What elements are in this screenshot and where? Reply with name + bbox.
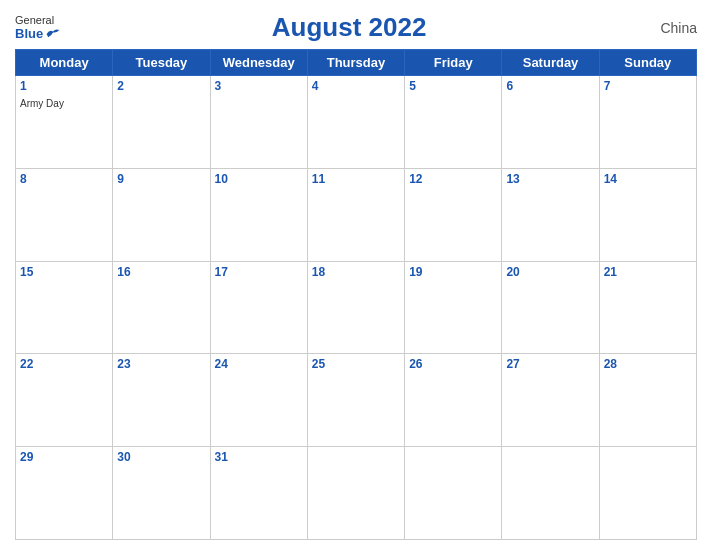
calendar-cell: 22: [16, 354, 113, 447]
calendar-cell: 30: [113, 447, 210, 540]
calendar-cell: 6: [502, 76, 599, 169]
calendar-cell: 19: [405, 261, 502, 354]
day-number: 26: [409, 357, 497, 371]
calendar-title: August 2022: [272, 12, 427, 43]
day-number: 29: [20, 450, 108, 464]
calendar-cell: 14: [599, 168, 696, 261]
week-row-1: 1Army Day234567: [16, 76, 697, 169]
calendar-cell: 28: [599, 354, 696, 447]
day-number: 9: [117, 172, 205, 186]
calendar-cell: 7: [599, 76, 696, 169]
calendar-cell: 18: [307, 261, 404, 354]
calendar-cell: 16: [113, 261, 210, 354]
day-header-saturday: Saturday: [502, 50, 599, 76]
calendar-cell: 25: [307, 354, 404, 447]
day-number: 31: [215, 450, 303, 464]
calendar-cell: 13: [502, 168, 599, 261]
calendar-cell: 31: [210, 447, 307, 540]
day-header-wednesday: Wednesday: [210, 50, 307, 76]
page-header: General Blue August 2022 China: [15, 10, 697, 45]
logo-blue-text: Blue: [15, 26, 61, 41]
day-number: 21: [604, 265, 692, 279]
holiday-label: Army Day: [20, 98, 64, 109]
day-header-friday: Friday: [405, 50, 502, 76]
day-header-monday: Monday: [16, 50, 113, 76]
logo-general-text: General: [15, 14, 54, 26]
day-number: 4: [312, 79, 400, 93]
calendar-cell: 9: [113, 168, 210, 261]
calendar-cell: 3: [210, 76, 307, 169]
calendar-cell: 17: [210, 261, 307, 354]
calendar-cell: [502, 447, 599, 540]
day-number: 14: [604, 172, 692, 186]
day-number: 20: [506, 265, 594, 279]
country-label: China: [637, 20, 697, 36]
day-number: 25: [312, 357, 400, 371]
day-number: 17: [215, 265, 303, 279]
calendar-cell: 11: [307, 168, 404, 261]
logo-bird-icon: [45, 27, 61, 41]
calendar-cell: 2: [113, 76, 210, 169]
day-header-thursday: Thursday: [307, 50, 404, 76]
day-number: 7: [604, 79, 692, 93]
day-number: 2: [117, 79, 205, 93]
calendar-cell: [405, 447, 502, 540]
week-row-4: 22232425262728: [16, 354, 697, 447]
calendar-cell: 12: [405, 168, 502, 261]
calendar-cell: 27: [502, 354, 599, 447]
day-header-sunday: Sunday: [599, 50, 696, 76]
day-number: 30: [117, 450, 205, 464]
days-header-row: MondayTuesdayWednesdayThursdayFridaySatu…: [16, 50, 697, 76]
calendar-cell: 10: [210, 168, 307, 261]
day-number: 16: [117, 265, 205, 279]
day-number: 13: [506, 172, 594, 186]
day-number: 5: [409, 79, 497, 93]
calendar-cell: 8: [16, 168, 113, 261]
calendar-cell: 15: [16, 261, 113, 354]
calendar-cell: 1Army Day: [16, 76, 113, 169]
calendar-cell: 5: [405, 76, 502, 169]
calendar-cell: 23: [113, 354, 210, 447]
day-header-tuesday: Tuesday: [113, 50, 210, 76]
calendar-cell: 24: [210, 354, 307, 447]
day-number: 11: [312, 172, 400, 186]
calendar-cell: [599, 447, 696, 540]
day-number: 18: [312, 265, 400, 279]
week-row-5: 293031: [16, 447, 697, 540]
logo: General Blue: [15, 14, 61, 41]
day-number: 15: [20, 265, 108, 279]
day-number: 23: [117, 357, 205, 371]
day-number: 24: [215, 357, 303, 371]
day-number: 12: [409, 172, 497, 186]
week-row-3: 15161718192021: [16, 261, 697, 354]
day-number: 28: [604, 357, 692, 371]
calendar-cell: [307, 447, 404, 540]
calendar-cell: 29: [16, 447, 113, 540]
calendar-cell: 26: [405, 354, 502, 447]
day-number: 10: [215, 172, 303, 186]
day-number: 19: [409, 265, 497, 279]
calendar-cell: 20: [502, 261, 599, 354]
day-number: 22: [20, 357, 108, 371]
week-row-2: 891011121314: [16, 168, 697, 261]
day-number: 6: [506, 79, 594, 93]
calendar-table: MondayTuesdayWednesdayThursdayFridaySatu…: [15, 49, 697, 540]
day-number: 8: [20, 172, 108, 186]
day-number: 27: [506, 357, 594, 371]
day-number: 3: [215, 79, 303, 93]
calendar-cell: 21: [599, 261, 696, 354]
calendar-cell: 4: [307, 76, 404, 169]
day-number: 1: [20, 79, 108, 93]
